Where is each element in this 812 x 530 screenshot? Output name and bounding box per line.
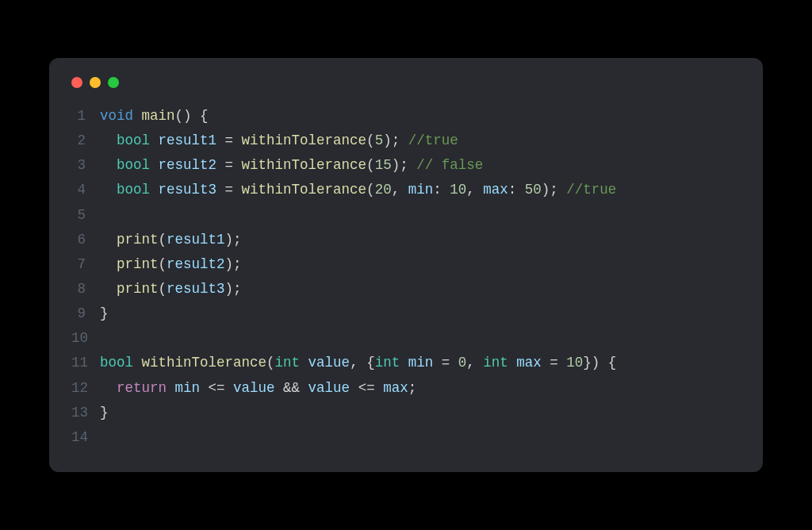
token-punc: ( — [159, 232, 167, 248]
code-content: print(result2); — [100, 252, 741, 277]
line-number: 10 — [71, 326, 100, 351]
code-line: 3 bool result2 = withinTolerance(15); //… — [71, 153, 741, 178]
line-number: 1 — [71, 104, 100, 129]
token-param: min — [408, 355, 434, 371]
token-op: <= — [200, 380, 233, 396]
token-op: = — [216, 132, 242, 148]
code-content: void main() { — [100, 104, 741, 129]
token-punc — [133, 355, 142, 371]
code-line: 14 — [71, 425, 741, 450]
token-punc: ); — [542, 182, 567, 198]
token-var: result3 — [159, 182, 217, 198]
code-line: 10 — [71, 326, 741, 351]
line-number: 12 — [71, 376, 100, 401]
token-var: result1 — [167, 232, 225, 248]
code-content: print(result1); — [100, 228, 741, 252]
line-number: 11 — [71, 351, 100, 375]
token-op: = — [542, 355, 567, 371]
line-number: 14 — [71, 425, 100, 450]
token-punc: ); — [225, 256, 242, 272]
token-kw-return: return — [117, 380, 167, 396]
token-comment: //true — [566, 182, 616, 198]
token-num: 10 — [450, 182, 466, 198]
line-number: 9 — [71, 301, 100, 326]
token-punc: ); — [383, 132, 408, 148]
token-var: min — [175, 380, 201, 396]
token-punc: : — [508, 182, 525, 198]
window-titlebar — [71, 77, 741, 88]
token-num: 0 — [458, 355, 467, 371]
token-punc: ; — [408, 380, 417, 396]
code-line: 6 print(result1); — [71, 228, 741, 252]
token-punc: , — [466, 355, 483, 371]
token-punc: } — [100, 305, 109, 321]
token-op: && — [275, 380, 308, 396]
code-content: return min <= value && value <= max; — [100, 376, 741, 401]
token-punc: , — [392, 182, 408, 198]
code-content: print(result3); — [100, 277, 741, 301]
code-content: bool result1 = withinTolerance(5); //tru… — [100, 129, 741, 153]
token-kw-bool: bool — [100, 355, 133, 371]
token-op: <= — [350, 380, 383, 396]
token-var: value — [233, 380, 275, 396]
code-content: bool withinTolerance(int value, {int min… — [100, 351, 741, 375]
maximize-icon[interactable] — [108, 77, 119, 88]
token-punc: ); — [392, 157, 417, 173]
code-line: 2 bool result1 = withinTolerance(5); //t… — [71, 129, 741, 153]
line-number: 3 — [71, 153, 100, 178]
token-kw-bool: bool — [117, 132, 150, 148]
token-kw-int: int — [275, 355, 301, 371]
token-punc: }) { — [583, 355, 616, 371]
token-fn: withinTolerance — [142, 355, 267, 371]
line-number: 8 — [71, 277, 100, 301]
token-num: 50 — [525, 182, 542, 198]
token-param: max — [483, 182, 508, 198]
token-fn: print — [117, 232, 159, 248]
token-punc — [100, 132, 117, 148]
code-line: 1void main() { — [71, 104, 741, 129]
token-punc — [508, 355, 517, 371]
token-num: 20 — [375, 182, 392, 198]
line-number: 2 — [71, 129, 100, 153]
code-content: bool result3 = withinTolerance(20, min: … — [100, 178, 741, 202]
token-punc — [100, 232, 117, 248]
token-punc — [100, 256, 117, 272]
token-punc — [150, 182, 159, 198]
close-icon[interactable] — [71, 77, 82, 88]
token-punc: ); — [225, 232, 242, 248]
token-punc: ( — [366, 182, 375, 198]
token-var: result2 — [167, 256, 225, 272]
token-num: 15 — [375, 157, 392, 173]
code-line: 5 — [71, 203, 741, 228]
token-op: = — [433, 355, 458, 371]
token-punc: , { — [350, 355, 375, 371]
token-punc: } — [100, 405, 109, 421]
token-num: 5 — [375, 132, 384, 148]
token-fn: withinTolerance — [242, 182, 367, 198]
token-kw-int: int — [483, 355, 508, 371]
token-punc: ( — [366, 157, 375, 173]
token-param: max — [516, 355, 542, 371]
token-fn: print — [117, 256, 159, 272]
token-punc: ( — [159, 281, 167, 297]
token-op: = — [216, 182, 242, 198]
code-line: 12 return min <= value && value <= max; — [71, 376, 741, 401]
token-punc: , — [466, 182, 483, 198]
code-content — [100, 425, 741, 450]
line-number: 4 — [71, 178, 100, 202]
token-op: = — [216, 157, 242, 173]
token-fn: withinTolerance — [242, 132, 367, 148]
line-number: 6 — [71, 228, 100, 252]
minimize-icon[interactable] — [90, 77, 101, 88]
token-punc — [133, 108, 142, 124]
token-kw-bool: bool — [117, 157, 150, 173]
token-var: max — [383, 380, 408, 396]
token-punc — [300, 355, 308, 371]
token-var: result2 — [159, 157, 217, 173]
token-kw-bool: bool — [117, 182, 150, 198]
token-punc: : — [433, 182, 450, 198]
token-var: result1 — [159, 132, 217, 148]
code-line: 13} — [71, 401, 741, 425]
line-number: 7 — [71, 252, 100, 277]
code-content: } — [100, 401, 741, 425]
